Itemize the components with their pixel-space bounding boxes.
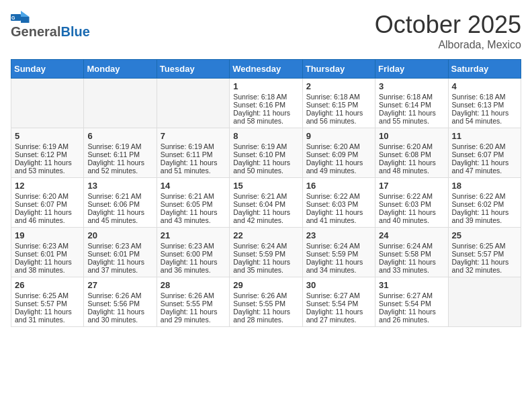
calendar-cell: 29Sunrise: 6:26 AMSunset: 5:55 PMDayligh…: [230, 277, 302, 327]
calendar-week-row: 26Sunrise: 6:25 AMSunset: 5:57 PMDayligh…: [11, 277, 521, 327]
sunset-text: Sunset: 6:09 PM: [306, 150, 371, 158]
daylight-text: Daylight: 11 hours and 29 minutes.: [161, 308, 226, 324]
weekday-header-row: SundayMondayTuesdayWednesdayThursdayFrid…: [11, 60, 521, 79]
calendar-cell: 17Sunrise: 6:22 AMSunset: 6:03 PMDayligh…: [375, 178, 448, 228]
daylight-text: Daylight: 11 hours and 40 minutes.: [379, 208, 444, 224]
calendar-cell: 26Sunrise: 6:25 AMSunset: 5:57 PMDayligh…: [11, 277, 84, 327]
day-number: 28: [161, 280, 226, 290]
logo-icon: G: [11, 11, 31, 23]
calendar-cell: 5Sunrise: 6:19 AMSunset: 6:12 PMDaylight…: [11, 128, 84, 178]
svg-text:G: G: [11, 15, 15, 20]
daylight-text: Daylight: 11 hours and 45 minutes.: [87, 208, 152, 224]
calendar-cell: 30Sunrise: 6:27 AMSunset: 5:54 PMDayligh…: [302, 277, 375, 327]
sunrise-text: Sunrise: 6:26 AM: [161, 291, 226, 300]
calendar-cell: 19Sunrise: 6:23 AMSunset: 6:01 PMDayligh…: [11, 228, 84, 277]
sunset-text: Sunset: 6:06 PM: [87, 200, 152, 208]
sunset-text: Sunset: 5:59 PM: [233, 250, 298, 258]
calendar-cell: 15Sunrise: 6:21 AMSunset: 6:04 PMDayligh…: [230, 178, 302, 228]
day-number: 21: [161, 230, 226, 240]
calendar-cell: 1Sunrise: 6:18 AMSunset: 6:16 PMDaylight…: [230, 79, 302, 128]
calendar-cell: 31Sunrise: 6:27 AMSunset: 5:54 PMDayligh…: [375, 277, 448, 327]
daylight-text: Daylight: 11 hours and 48 minutes.: [379, 158, 444, 175]
sunset-text: Sunset: 5:57 PM: [15, 300, 80, 308]
day-number: 1: [233, 81, 298, 91]
daylight-text: Daylight: 11 hours and 54 minutes.: [452, 109, 517, 125]
logo: G General Blue: [11, 11, 90, 40]
calendar-cell: 8Sunrise: 6:19 AMSunset: 6:10 PMDaylight…: [230, 128, 302, 178]
day-number: 29: [233, 280, 298, 290]
sunrise-text: Sunrise: 6:23 AM: [87, 242, 152, 250]
calendar-cell: 10Sunrise: 6:20 AMSunset: 6:08 PMDayligh…: [375, 128, 448, 178]
day-number: 6: [87, 131, 152, 141]
sunrise-text: Sunrise: 6:21 AM: [87, 192, 152, 200]
daylight-text: Daylight: 11 hours and 26 minutes.: [379, 308, 444, 324]
calendar-cell: 6Sunrise: 6:19 AMSunset: 6:11 PMDaylight…: [84, 128, 157, 178]
sunset-text: Sunset: 6:11 PM: [87, 150, 152, 158]
weekday-header: Thursday: [302, 60, 375, 79]
weekday-header: Saturday: [448, 60, 521, 79]
sunset-text: Sunset: 6:01 PM: [87, 250, 152, 258]
weekday-header: Wednesday: [230, 60, 302, 79]
sunrise-text: Sunrise: 6:25 AM: [15, 291, 80, 300]
calendar-cell: 4Sunrise: 6:18 AMSunset: 6:13 PMDaylight…: [448, 79, 521, 128]
daylight-text: Daylight: 11 hours and 35 minutes.: [233, 258, 298, 274]
calendar-cell: 2Sunrise: 6:18 AMSunset: 6:15 PMDaylight…: [302, 79, 375, 128]
daylight-text: Daylight: 11 hours and 43 minutes.: [161, 208, 226, 224]
day-number: 16: [306, 181, 371, 191]
calendar-cell: 25Sunrise: 6:25 AMSunset: 5:57 PMDayligh…: [448, 228, 521, 277]
sunrise-text: Sunrise: 6:26 AM: [233, 291, 298, 300]
calendar-table: SundayMondayTuesdayWednesdayThursdayFrid…: [11, 59, 521, 327]
daylight-text: Daylight: 11 hours and 36 minutes.: [161, 258, 226, 274]
sunrise-text: Sunrise: 6:22 AM: [452, 192, 517, 200]
logo-general: General: [11, 24, 60, 40]
weekday-header: Monday: [84, 60, 157, 79]
sunset-text: Sunset: 5:55 PM: [233, 300, 298, 308]
day-number: 25: [452, 230, 517, 240]
day-number: 2: [306, 81, 371, 91]
sunrise-text: Sunrise: 6:24 AM: [379, 242, 444, 250]
calendar-cell: 3Sunrise: 6:18 AMSunset: 6:14 PMDaylight…: [375, 79, 448, 128]
calendar-cell: 7Sunrise: 6:19 AMSunset: 6:11 PMDaylight…: [157, 128, 229, 178]
day-number: 20: [87, 230, 152, 240]
day-number: 3: [379, 81, 444, 91]
sunrise-text: Sunrise: 6:23 AM: [161, 242, 226, 250]
day-number: 17: [379, 181, 444, 191]
calendar-week-row: 5Sunrise: 6:19 AMSunset: 6:12 PMDaylight…: [11, 128, 521, 178]
daylight-text: Daylight: 11 hours and 31 minutes.: [15, 308, 80, 324]
sunrise-text: Sunrise: 6:20 AM: [379, 142, 444, 150]
sunset-text: Sunset: 6:14 PM: [379, 101, 444, 109]
calendar-cell: 23Sunrise: 6:24 AMSunset: 5:59 PMDayligh…: [302, 228, 375, 277]
calendar-cell: 13Sunrise: 6:21 AMSunset: 6:06 PMDayligh…: [84, 178, 157, 228]
day-number: 30: [306, 280, 371, 290]
daylight-text: Daylight: 11 hours and 55 minutes.: [379, 109, 444, 125]
calendar-cell: 22Sunrise: 6:24 AMSunset: 5:59 PMDayligh…: [230, 228, 302, 277]
calendar-cell: [448, 277, 521, 327]
daylight-text: Daylight: 11 hours and 41 minutes.: [306, 208, 371, 224]
page-header: G General Blue October 2025 Alborada, Me…: [11, 11, 521, 51]
sunrise-text: Sunrise: 6:18 AM: [306, 93, 371, 101]
sunrise-text: Sunrise: 6:19 AM: [233, 142, 298, 150]
day-number: 27: [87, 280, 152, 290]
calendar-cell: 16Sunrise: 6:22 AMSunset: 6:03 PMDayligh…: [302, 178, 375, 228]
calendar-cell: [157, 79, 229, 128]
sunrise-text: Sunrise: 6:21 AM: [233, 192, 298, 200]
sunrise-text: Sunrise: 6:18 AM: [379, 93, 444, 101]
month-title: October 2025: [375, 11, 521, 39]
sunrise-text: Sunrise: 6:19 AM: [15, 142, 80, 150]
sunset-text: Sunset: 6:13 PM: [452, 101, 517, 109]
day-number: 8: [233, 131, 298, 141]
sunset-text: Sunset: 6:15 PM: [306, 101, 371, 109]
daylight-text: Daylight: 11 hours and 39 minutes.: [452, 208, 517, 224]
day-number: 23: [306, 230, 371, 240]
calendar-cell: 14Sunrise: 6:21 AMSunset: 6:05 PMDayligh…: [157, 178, 229, 228]
daylight-text: Daylight: 11 hours and 33 minutes.: [379, 258, 444, 274]
sunset-text: Sunset: 6:03 PM: [306, 200, 371, 208]
daylight-text: Daylight: 11 hours and 46 minutes.: [15, 208, 80, 224]
daylight-text: Daylight: 11 hours and 28 minutes.: [233, 308, 298, 324]
calendar-week-row: 19Sunrise: 6:23 AMSunset: 6:01 PMDayligh…: [11, 228, 521, 277]
daylight-text: Daylight: 11 hours and 47 minutes.: [452, 158, 517, 175]
sunset-text: Sunset: 6:07 PM: [452, 150, 517, 158]
day-number: 7: [161, 131, 226, 141]
day-number: 22: [233, 230, 298, 240]
sunset-text: Sunset: 6:08 PM: [379, 150, 444, 158]
